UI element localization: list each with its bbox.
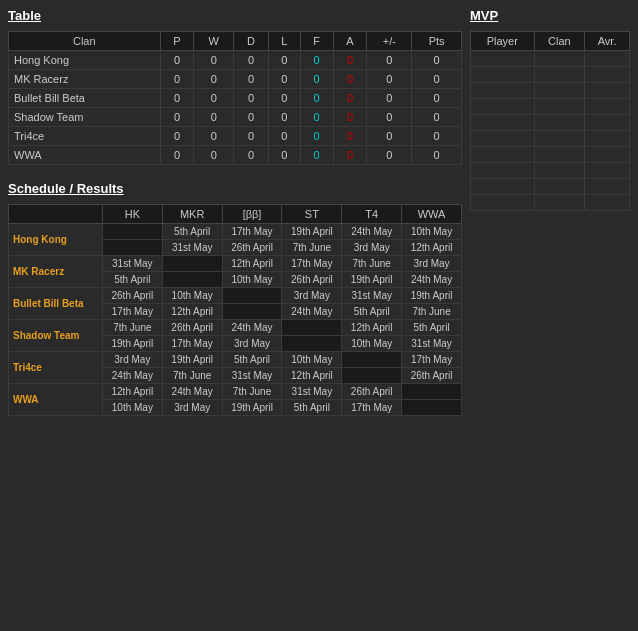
schedule-cell <box>222 304 282 320</box>
standings-cell-p: 0 <box>160 146 194 165</box>
schedule-cell: 10th May <box>222 272 282 288</box>
mvp-cell <box>471 195 535 211</box>
schedule-cell: 10th May <box>102 400 162 416</box>
standings-cell-d: 0 <box>234 89 269 108</box>
schedule-col-header-6: WWA <box>402 205 462 224</box>
mvp-cell <box>534 115 585 131</box>
mvp-cell <box>585 99 630 115</box>
standings-cell-plusminus: 0 <box>367 89 412 108</box>
standings-cell-d: 0 <box>234 146 269 165</box>
standings-cell-l: 0 <box>269 89 301 108</box>
schedule-cell: 19th April <box>282 224 342 240</box>
standings-col-header-7: +/- <box>367 32 412 51</box>
mvp-table: PlayerClanAvr. <box>470 31 630 211</box>
schedule-col-header-3: [ββ] <box>222 205 282 224</box>
schedule-cell: 26th April <box>222 240 282 256</box>
standings-cell-pts: 0 <box>412 127 462 146</box>
mvp-cell <box>534 83 585 99</box>
schedule-cell: 10th May <box>162 288 222 304</box>
schedule-cell: 24th May <box>102 368 162 384</box>
schedule-team-label: Hong Kong <box>9 224 103 256</box>
standings-cell-w: 0 <box>194 146 234 165</box>
mvp-row <box>471 51 630 67</box>
schedule-col-header-5: T4 <box>342 205 402 224</box>
schedule-cell: 3rd May <box>402 256 462 272</box>
schedule-cell: 10th May <box>402 224 462 240</box>
standings-table: ClanPWDLFA+/-Pts Hong Kong00000000MK Rac… <box>8 31 462 165</box>
mvp-cell <box>585 195 630 211</box>
schedule-cell: 31st May <box>162 240 222 256</box>
schedule-col-header-1: HK <box>102 205 162 224</box>
mvp-row <box>471 195 630 211</box>
schedule-cell: 3rd May <box>222 336 282 352</box>
schedule-cell: 7th June <box>222 384 282 400</box>
standings-cell-f: 0 <box>300 146 333 165</box>
mvp-cell <box>471 99 535 115</box>
standings-row: Hong Kong00000000 <box>9 51 462 70</box>
schedule-cell: 7th June <box>342 256 402 272</box>
schedule-row: Hong Kong5th April17th May19th April24th… <box>9 224 462 240</box>
schedule-cell <box>102 224 162 240</box>
mvp-cell <box>585 147 630 163</box>
schedule-cell: 12th April <box>402 240 462 256</box>
standings-cell-pts: 0 <box>412 89 462 108</box>
mvp-cell <box>471 51 535 67</box>
schedule-team-label: Bullet Bill Beta <box>9 288 103 320</box>
standings-cell-pts: 0 <box>412 146 462 165</box>
standings-row: Bullet Bill Beta00000000 <box>9 89 462 108</box>
schedule-cell: 5th April <box>222 352 282 368</box>
mvp-cell <box>534 147 585 163</box>
standings-col-header-4: L <box>269 32 301 51</box>
standings-row: Tri4ce00000000 <box>9 127 462 146</box>
standings-col-header-0: Clan <box>9 32 161 51</box>
schedule-cell: 17th May <box>222 224 282 240</box>
schedule-row: Bullet Bill Beta26th April10th May3rd Ma… <box>9 288 462 304</box>
standings-cell-p: 0 <box>160 70 194 89</box>
schedule-cell: 12th April <box>342 320 402 336</box>
schedule-cell: 26th April <box>102 288 162 304</box>
mvp-cell <box>585 51 630 67</box>
standings-cell-f: 0 <box>300 70 333 89</box>
schedule-cell: 3rd May <box>102 352 162 368</box>
schedule-cell: 31st May <box>342 288 402 304</box>
schedule-cell: 24th May <box>162 384 222 400</box>
standings-cell-clan: Bullet Bill Beta <box>9 89 161 108</box>
schedule-cell: 10th May <box>282 352 342 368</box>
standings-row: MK Racerz00000000 <box>9 70 462 89</box>
schedule-cell: 5th April <box>102 272 162 288</box>
schedule-cell: 31st May <box>102 256 162 272</box>
standings-cell-w: 0 <box>194 108 234 127</box>
mvp-cell <box>585 163 630 179</box>
standings-cell-l: 0 <box>269 51 301 70</box>
mvp-cell <box>471 163 535 179</box>
standings-cell-f: 0 <box>300 89 333 108</box>
schedule-cell: 19th April <box>162 352 222 368</box>
standings-cell-plusminus: 0 <box>367 146 412 165</box>
standings-col-header-5: F <box>300 32 333 51</box>
standings-cell-plusminus: 0 <box>367 108 412 127</box>
standings-cell-a: 0 <box>333 108 367 127</box>
schedule-cell: 31st May <box>402 336 462 352</box>
mvp-col-header-2: Avr. <box>585 32 630 51</box>
schedule-cell: 12th April <box>162 304 222 320</box>
schedule-cell: 7th June <box>282 240 342 256</box>
standings-cell-d: 0 <box>234 51 269 70</box>
schedule-col-header-4: ST <box>282 205 342 224</box>
standings-cell-l: 0 <box>269 108 301 127</box>
schedule-cell: 19th April <box>222 400 282 416</box>
standings-cell-a: 0 <box>333 51 367 70</box>
schedule-cell: 26th April <box>402 368 462 384</box>
standings-col-header-6: A <box>333 32 367 51</box>
standings-row: WWA00000000 <box>9 146 462 165</box>
schedule-team-label: MK Racerz <box>9 256 103 288</box>
mvp-cell <box>471 147 535 163</box>
standings-cell-clan: MK Racerz <box>9 70 161 89</box>
standings-cell-f: 0 <box>300 127 333 146</box>
mvp-row <box>471 99 630 115</box>
schedule-cell: 31st May <box>282 384 342 400</box>
table-title: Table <box>8 8 462 23</box>
schedule-cell: 12th April <box>282 368 342 384</box>
mvp-cell <box>585 115 630 131</box>
schedule-cell <box>342 368 402 384</box>
schedule-cell: 26th April <box>342 384 402 400</box>
